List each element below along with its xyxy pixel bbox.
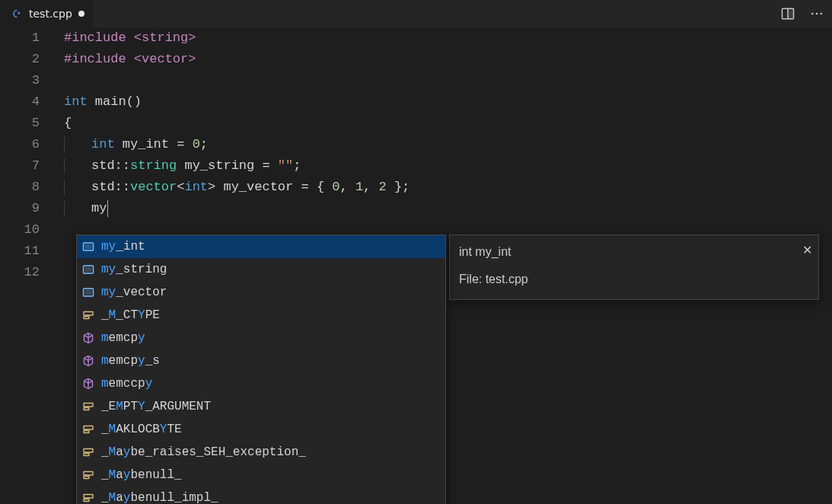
code-line[interactable]: { — [64, 113, 832, 134]
code-token: vector — [130, 177, 177, 198]
line-number: 6 — [0, 134, 40, 155]
constant-icon — [81, 400, 95, 413]
line-number: 12 — [0, 262, 40, 283]
code-token: :: — [115, 177, 130, 198]
svg-rect-15 — [84, 408, 89, 410]
editor[interactable]: 123456789101112 #include <string>#includ… — [0, 27, 832, 504]
code-token: string — [130, 155, 177, 177]
suggest-label: _M_CTYPE — [101, 305, 160, 326]
close-icon[interactable]: ✕ — [802, 240, 812, 261]
suggest-item[interactable]: my_int — [77, 235, 445, 258]
suggest-label: my_int — [101, 236, 145, 257]
suggest-label: memcpy_s — [101, 350, 160, 372]
suggest-label: _EMPTY_ARGUMENT — [101, 396, 211, 417]
code-token: my_string — [177, 155, 262, 177]
svg-rect-16 — [84, 426, 93, 430]
code-line[interactable]: int my_int = 0; — [64, 134, 832, 155]
suggest-label: my_vector — [101, 282, 167, 303]
code-token: #include — [64, 49, 134, 70]
svg-rect-20 — [84, 472, 93, 476]
suggest-item[interactable]: memccpy — [77, 372, 445, 395]
code-token: > — [188, 27, 196, 49]
code-token: > — [208, 177, 215, 198]
code-line[interactable]: std::string my_string = ""; — [64, 155, 832, 177]
code-line[interactable] — [64, 70, 832, 91]
svg-point-5 — [821, 13, 823, 15]
code-token: { — [317, 177, 332, 198]
suggest-label: memcpy — [101, 327, 145, 349]
suggest-label: _Maybe_raises_SEH_exception_ — [101, 442, 306, 463]
code-line[interactable]: my — [64, 198, 832, 219]
code-token: :: — [115, 155, 130, 177]
code-token: vector — [142, 49, 188, 70]
svg-rect-22 — [84, 495, 93, 499]
svg-rect-23 — [84, 499, 89, 502]
text-cursor — [107, 200, 108, 217]
suggest-label: my_string — [101, 259, 167, 280]
indent-guide — [64, 158, 65, 174]
code-token: () — [126, 91, 142, 113]
code-line[interactable]: #include <string> — [64, 27, 832, 49]
code-token: < — [177, 177, 184, 198]
code-token: ; — [293, 155, 301, 177]
code-line[interactable]: int main() — [64, 91, 832, 113]
suggest-item[interactable]: memcpy — [77, 327, 445, 349]
variable-icon — [81, 240, 95, 254]
code-line[interactable]: std::vector<int> my_vector = { 0, 1, 2 }… — [64, 177, 832, 198]
suggest-item[interactable]: _Maybenull_ — [77, 464, 445, 486]
svg-rect-19 — [84, 454, 89, 456]
suggest-label: _Maybenull_impl_ — [101, 487, 218, 504]
code-token: { — [64, 113, 72, 134]
method-icon — [81, 354, 95, 368]
constant-icon — [81, 468, 95, 482]
code-token: = — [177, 134, 192, 155]
suggest-label: memccpy — [101, 373, 152, 394]
suggest-item[interactable]: _MAKLOCBYTE — [77, 418, 445, 441]
indent-guide — [64, 201, 65, 216]
code-line[interactable]: #include <vector> — [64, 49, 832, 70]
code-token: std — [91, 155, 115, 177]
constant-icon — [81, 445, 95, 459]
suggest-item[interactable]: _M_CTYPE — [77, 304, 445, 327]
suggest-item[interactable]: my_vector — [77, 281, 445, 304]
suggest-item[interactable]: _EMPTY_ARGUMENT — [77, 395, 445, 418]
svg-rect-17 — [84, 431, 89, 433]
suggest-detail-file: File: test.cpp — [459, 269, 809, 290]
code-token: }; — [387, 177, 410, 198]
code-token: int — [184, 177, 208, 198]
suggest-item[interactable]: _Maybe_raises_SEH_exception_ — [77, 441, 445, 464]
variable-icon — [81, 285, 95, 299]
svg-rect-11 — [85, 291, 91, 295]
svg-rect-14 — [84, 404, 93, 407]
suggest-detail: ✕ int my_int File: test.cpp — [449, 234, 819, 300]
cpp-icon — [9, 7, 23, 21]
code-token: my_vector — [215, 177, 301, 198]
code-token: "" — [278, 155, 293, 177]
code-token: = — [301, 177, 316, 198]
constant-icon — [81, 423, 95, 436]
svg-rect-7 — [85, 245, 91, 249]
method-icon — [81, 377, 95, 391]
code-token: int — [64, 91, 95, 113]
suggest-item[interactable]: _Maybenull_impl_ — [77, 486, 445, 504]
code-token: main — [95, 91, 126, 113]
dirty-dot-icon — [78, 11, 84, 17]
suggest-label: _Maybenull_ — [101, 464, 182, 486]
suggest-item[interactable]: memcpy_s — [77, 349, 445, 372]
indent-guide — [64, 180, 65, 195]
code-token: int — [91, 134, 123, 155]
tab-testcpp[interactable]: test.cpp — [0, 0, 94, 27]
suggest-widget[interactable]: my_intmy_stringmy_vector_M_CTYPEmemcpyme… — [76, 234, 446, 504]
code-token: 0 — [193, 134, 200, 155]
svg-rect-2 — [788, 8, 794, 18]
code-token: string — [142, 27, 188, 49]
tabbar-actions — [779, 5, 826, 23]
svg-point-4 — [816, 13, 818, 15]
code-token: 2 — [379, 177, 387, 198]
constant-icon — [81, 491, 95, 504]
suggest-item[interactable]: my_string — [77, 258, 445, 281]
line-number: 5 — [0, 113, 40, 134]
code-token: 1 — [355, 177, 363, 198]
split-editor-icon[interactable] — [779, 5, 797, 23]
more-icon[interactable] — [808, 5, 826, 23]
